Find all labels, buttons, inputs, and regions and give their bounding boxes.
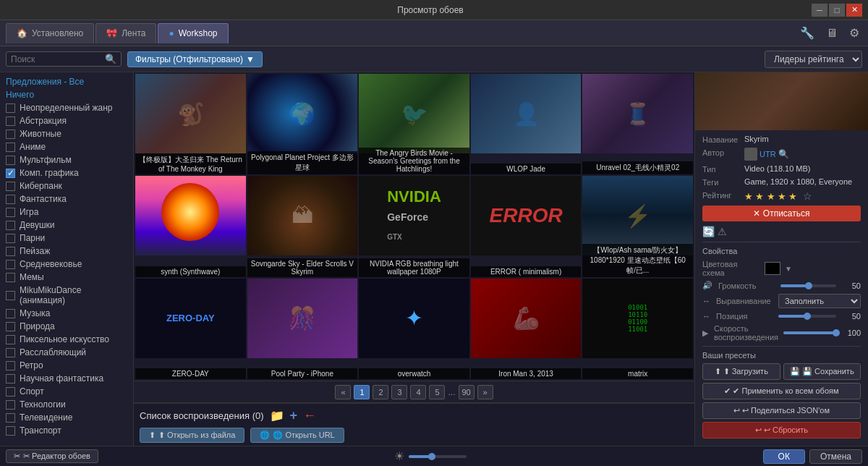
checkbox-cartoon[interactable] xyxy=(6,156,15,165)
tab-workshop[interactable]: ● Workshop xyxy=(158,23,228,43)
search-icon[interactable]: 🔍 xyxy=(105,54,116,64)
list-item[interactable]: ✦ overwatch xyxy=(359,279,469,379)
sidebar-item-memes[interactable]: Мемы xyxy=(0,271,133,284)
filter-button[interactable]: Фильтры (Отфильтровано) ▼ xyxy=(127,51,263,67)
warning-icon-button[interactable]: ⚠ xyxy=(718,226,727,237)
brightness-thumb[interactable] xyxy=(428,453,435,460)
checkbox-relaxing[interactable] xyxy=(6,348,15,357)
checkbox-transport[interactable] xyxy=(6,426,15,436)
sidebar-item-pixel[interactable]: Пиксельное искусство xyxy=(0,333,133,346)
list-item[interactable]: 01001101100110011001 matrix xyxy=(582,279,693,379)
monitor-button[interactable]: 🖥 xyxy=(823,25,841,41)
bookmark-button[interactable]: ☆ xyxy=(803,190,812,202)
brightness-slider[interactable] xyxy=(409,455,467,458)
alignment-select[interactable]: Заполнить По размеру Растянуть xyxy=(778,294,861,308)
search-author-icon[interactable]: 🔍 xyxy=(778,149,789,159)
sidebar-item-music[interactable]: Музыка xyxy=(0,307,133,320)
sidebar-item-cartoon[interactable]: Мультфильм xyxy=(0,153,133,166)
last-page-button[interactable]: » xyxy=(477,385,493,399)
checkbox-tech[interactable] xyxy=(6,400,15,410)
refresh-icon-button[interactable]: 🔄 xyxy=(702,226,715,237)
tab-installed[interactable]: 🏠 Установлено xyxy=(6,23,94,43)
list-item[interactable]: 🌍 Polygonal Planet Project 多边形星球 xyxy=(247,74,358,174)
page-4-button[interactable]: 4 xyxy=(410,385,426,399)
sidebar-item-medieval[interactable]: Средневековье xyxy=(0,258,133,271)
playback-slider[interactable] xyxy=(783,331,836,334)
sidebar-item-fantasy[interactable]: Фантастика xyxy=(0,192,133,206)
maximize-button[interactable]: □ xyxy=(829,4,845,17)
sidebar-item-animals[interactable]: Животные xyxy=(0,127,133,140)
color-box[interactable] xyxy=(765,262,780,275)
first-page-button[interactable]: « xyxy=(335,385,351,399)
list-item[interactable]: ZERO-DAY ZERO-DAY xyxy=(135,279,246,379)
checkbox-scifi[interactable] xyxy=(6,374,15,384)
settings-button[interactable]: ⚙ xyxy=(846,25,862,41)
search-input[interactable] xyxy=(11,54,105,64)
load-preset-button[interactable]: ⬆ ⬆ Загрузить xyxy=(702,363,780,380)
checkbox-nature[interactable] xyxy=(6,322,15,331)
sort-select[interactable]: Лидеры рейтинга Новые По дате По имени xyxy=(765,51,862,68)
sidebar-item-guys[interactable]: Парни xyxy=(0,232,133,245)
sidebar-item-game[interactable]: Игра xyxy=(0,206,133,219)
checkbox-memes[interactable] xyxy=(6,273,15,282)
sidebar-item-tv[interactable]: Телевидение xyxy=(0,411,133,424)
list-item[interactable]: NVIDIAGeForceGTX NVIDIA RGB breathing li… xyxy=(359,176,469,276)
page-2-button[interactable]: 2 xyxy=(373,385,388,399)
page-5-button[interactable]: 5 xyxy=(429,385,445,399)
page-3-button[interactable]: 3 xyxy=(391,385,407,399)
open-file-button[interactable]: ⬆ ⬆ Открыть из файла xyxy=(140,428,244,443)
checkbox-animals[interactable] xyxy=(6,130,15,139)
checkbox-undefined-genre[interactable] xyxy=(6,103,15,113)
checkbox-cgi[interactable]: ✓ xyxy=(6,169,15,178)
playlist-folder-button[interactable]: 📁 xyxy=(270,409,284,423)
checkbox-sports[interactable] xyxy=(6,387,15,397)
list-item[interactable]: 🐦 The Angry Birds Movie - Season's Greet… xyxy=(359,74,469,174)
apply-all-button[interactable]: ✔ ✔ Применить ко всем обоям xyxy=(702,383,861,399)
checkbox-medieval[interactable] xyxy=(6,260,15,269)
sidebar-item-anime[interactable]: Аниме xyxy=(0,140,133,153)
close-button[interactable]: ✕ xyxy=(846,4,862,17)
list-item[interactable]: synth (Synthwave) xyxy=(135,176,246,276)
sidebar-item-girls[interactable]: Девушки xyxy=(0,219,133,232)
position-slider[interactable] xyxy=(778,315,836,318)
sidebar-item-sports[interactable]: Спорт xyxy=(0,385,133,398)
list-item[interactable]: 🐒 【终极版】大圣归来 The Return of The Monkey Kin… xyxy=(135,74,246,174)
sidebar-item-cyberpunk[interactable]: Киберпанк xyxy=(0,179,133,192)
page-90-button[interactable]: 90 xyxy=(459,385,475,399)
sidebar-item-abstract[interactable]: Абстракция xyxy=(0,114,133,127)
checkbox-tv[interactable] xyxy=(6,413,15,423)
cancel-button[interactable]: Отмена xyxy=(809,449,862,464)
volume-thumb[interactable] xyxy=(805,282,812,289)
page-1-button[interactable]: 1 xyxy=(354,385,370,399)
list-item[interactable]: 🦾 Iron Man 3, 2013 xyxy=(471,279,582,379)
checkbox-mikumiku[interactable] xyxy=(6,291,15,300)
checkbox-pixel[interactable] xyxy=(6,335,15,344)
playlist-add-button[interactable]: + xyxy=(290,408,298,423)
list-item[interactable]: ERROR ERROR ( minimalism) xyxy=(471,176,582,276)
list-item[interactable]: 🎊 Pool Party - iPhone xyxy=(247,279,358,379)
list-item[interactable]: 👤 WLOP Jade xyxy=(471,74,582,174)
color-arrow[interactable]: ▼ xyxy=(785,265,792,273)
editor-button[interactable]: ✂ ✂ Редактор обоев xyxy=(6,449,98,463)
position-thumb[interactable] xyxy=(804,313,811,320)
sidebar-item-undefined-genre[interactable]: Неопределенный жанр xyxy=(0,101,133,114)
volume-slider[interactable] xyxy=(780,284,836,287)
tools-button[interactable]: 🔧 xyxy=(797,25,817,41)
checkbox-guys[interactable] xyxy=(6,234,15,243)
reset-button[interactable]: ↩ ↩ Сбросить xyxy=(702,422,861,439)
checkbox-music[interactable] xyxy=(6,309,15,318)
checkbox-fantasy[interactable] xyxy=(6,195,15,204)
sidebar-item-mikumiku[interactable]: MikuMikuDance (анимация) xyxy=(0,284,133,307)
checkbox-game[interactable] xyxy=(6,208,15,217)
tab-ribbon[interactable]: 🎀 Лента xyxy=(95,23,156,43)
sidebar-item-relaxing[interactable]: Расслабляющий xyxy=(0,346,133,359)
list-item[interactable]: 🧵 Unravel 02_毛线小精灵02 xyxy=(582,74,693,174)
sidebar-item-retro[interactable]: Ретро xyxy=(0,359,133,372)
checkbox-girls[interactable] xyxy=(6,221,15,230)
list-item[interactable]: 🏔 Sovngarde Sky - Elder Scrolls V Skyrim xyxy=(247,176,358,276)
checkbox-anime[interactable] xyxy=(6,143,15,152)
unsubscribe-button[interactable]: ✕ Отписаться xyxy=(702,206,861,221)
sidebar-item-scifi[interactable]: Научная фантастика xyxy=(0,372,133,385)
playback-thumb[interactable] xyxy=(833,329,840,336)
checkbox-cyberpunk[interactable] xyxy=(6,182,15,191)
